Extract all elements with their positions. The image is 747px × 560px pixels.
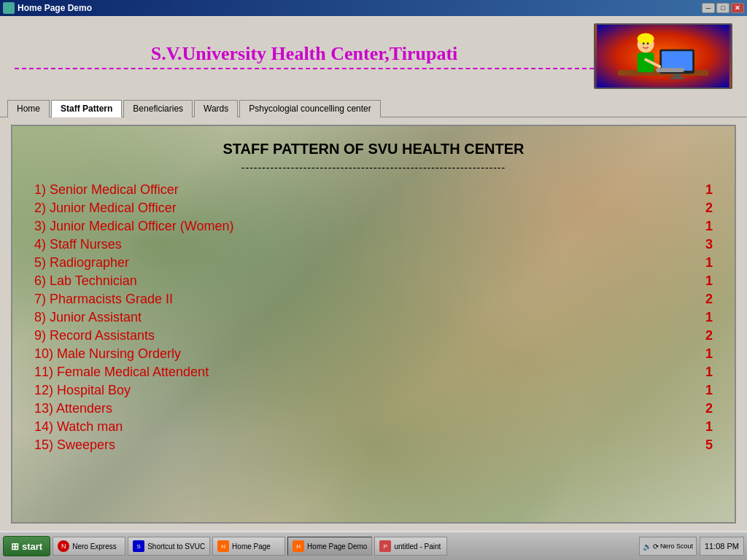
app-icon: [3, 2, 15, 14]
staff-row: 8) Junior Assistant 1: [34, 310, 713, 325]
site-title: S.V.University Health Center,Tirupati: [15, 43, 594, 69]
svg-rect-6: [670, 77, 684, 79]
staff-count: 1: [698, 310, 713, 325]
tab-beneficiaries[interactable]: Beneficiaries: [123, 100, 193, 117]
staff-count: 2: [698, 328, 713, 343]
content-area: STAFF PATTERN OF SVU HEALTH CENTER -----…: [0, 117, 747, 531]
maximize-button[interactable]: □: [716, 3, 729, 13]
staff-row: 13) Attenders 2: [34, 401, 713, 416]
staff-row: 14) Watch man 1: [34, 419, 713, 435]
staff-count: 2: [698, 292, 713, 307]
staff-list: 1) Senior Medical Officer 1 2) Junior Me…: [34, 182, 713, 453]
staff-count: 1: [698, 273, 713, 289]
staff-name: 8) Junior Assistant: [34, 310, 142, 325]
window-title: Home Page Demo: [18, 3, 92, 13]
staff-name: 14) Watch man: [34, 419, 123, 435]
staff-name: 15) Sweepers: [34, 438, 115, 453]
staff-name: 6) Lab Technician: [34, 273, 137, 289]
staff-name: 11) Female Medical Attendent: [34, 365, 209, 380]
taskbar-shortcut-label: Shortcut to SVUC: [147, 542, 205, 551]
svg-rect-4: [662, 51, 692, 71]
start-label: start: [22, 541, 42, 552]
staff-divider: ----------------------------------------…: [34, 162, 713, 174]
staff-count: 1: [698, 219, 713, 234]
staff-count: 1: [698, 346, 713, 362]
title-bar-buttons: ─ □ ✕: [702, 3, 744, 13]
staff-row: 3) Junior Medical Officer (Women) 1: [34, 219, 713, 234]
staff-row: 11) Female Medical Attendent 1: [34, 365, 713, 380]
taskbar-nero-express[interactable]: N Nero Express: [53, 537, 125, 556]
nav-bar: Home Staff Pattern Beneficiaries Wards P…: [0, 96, 747, 117]
staff-row: 15) Sweepers 5: [34, 438, 713, 453]
taskbar-nero-label: Nero Express: [72, 542, 117, 551]
minimize-button[interactable]: ─: [702, 3, 715, 13]
svg-point-12: [643, 42, 645, 44]
tab-staff-pattern[interactable]: Staff Pattern: [51, 100, 122, 117]
staff-count: 1: [698, 182, 713, 198]
start-windows-icon: ⊞: [11, 541, 19, 552]
tab-wards[interactable]: Wards: [194, 100, 238, 117]
taskbar-paint[interactable]: P untitled - Paint: [374, 537, 447, 556]
staff-count: 1: [698, 419, 713, 435]
title-bar-left: Home Page Demo: [3, 2, 92, 14]
homepage-icon: H: [217, 540, 229, 552]
system-clock: 11:08 PM: [700, 537, 744, 556]
notification-area: 🔊 ⟳ Nero Scout: [639, 537, 697, 556]
staff-row: 9) Record Assistants 2: [34, 328, 713, 343]
header-image: [594, 23, 732, 89]
svg-rect-7: [656, 68, 684, 72]
tab-counselling[interactable]: Pshycologial councelling center: [239, 100, 380, 117]
taskbar-right: 🔊 ⟳ Nero Scout 11:08 PM: [639, 537, 744, 556]
taskbar-homepagedemo-label: Home Page Demo: [307, 542, 367, 551]
network-icon: ⟳: [653, 542, 659, 551]
staff-count: 1: [698, 383, 713, 398]
staff-count: 1: [698, 365, 713, 380]
taskbar-right-label: Nero Scout: [660, 542, 693, 550]
staff-name: 4) Staff Nurses: [34, 237, 122, 252]
staff-count: 2: [698, 201, 713, 216]
taskbar: ⊞ start N Nero Express S Shortcut to SVU…: [0, 531, 747, 560]
homepagedemo-icon: H: [293, 540, 304, 552]
staff-name: 10) Male Nursing Orderly: [34, 346, 181, 362]
header-illustration: [595, 25, 731, 88]
staff-count: 2: [698, 401, 713, 416]
staff-name: 2) Junior Medical Officer: [34, 201, 177, 216]
staff-pattern-container: STAFF PATTERN OF SVU HEALTH CENTER -----…: [11, 125, 736, 524]
svg-rect-5: [673, 74, 681, 77]
staff-count: 5: [698, 438, 713, 453]
start-button[interactable]: ⊞ start: [3, 536, 50, 556]
staff-row: 7) Pharmacists Grade II 2: [34, 292, 713, 307]
header: S.V.University Health Center,Tirupati: [0, 16, 747, 96]
taskbar-home-page-demo[interactable]: H Home Page Demo: [287, 537, 372, 556]
tab-home[interactable]: Home: [7, 100, 50, 117]
staff-row: 2) Junior Medical Officer 2: [34, 201, 713, 216]
nero-scout-icon: 🔊: [643, 542, 651, 551]
header-title-wrapper: S.V.University Health Center,Tirupati: [15, 43, 594, 69]
staff-heading: STAFF PATTERN OF SVU HEALTH CENTER: [34, 141, 713, 158]
staff-row: 5) Radiographer 1: [34, 255, 713, 271]
staff-name: 1) Senior Medical Officer: [34, 182, 179, 198]
taskbar-homepage-label: Home Page: [232, 542, 271, 551]
staff-row: 4) Staff Nurses 3: [34, 237, 713, 252]
staff-row: 6) Lab Technician 1: [34, 273, 713, 289]
staff-name: 9) Record Assistants: [34, 328, 155, 343]
close-button[interactable]: ✕: [731, 3, 744, 13]
staff-name: 5) Radiographer: [34, 255, 129, 271]
title-bar: Home Page Demo ─ □ ✕: [0, 0, 747, 16]
staff-count: 1: [698, 255, 713, 271]
staff-count: 3: [698, 237, 713, 252]
svg-point-9: [638, 33, 654, 44]
shortcut-icon: S: [133, 540, 144, 552]
staff-name: 3) Junior Medical Officer (Women): [34, 219, 233, 234]
taskbar-home-page[interactable]: H Home Page: [212, 537, 285, 556]
window-body: S.V.University Health Center,Tirupati: [0, 16, 747, 531]
staff-name: 7) Pharmacists Grade II: [34, 292, 173, 307]
staff-row: 1) Senior Medical Officer 1: [34, 182, 713, 198]
nero-icon: N: [58, 540, 69, 552]
staff-name: 12) Hospital Boy: [34, 383, 131, 398]
staff-row: 10) Male Nursing Orderly 1: [34, 346, 713, 362]
paint-icon: P: [379, 540, 391, 552]
taskbar-paint-label: untitled - Paint: [394, 542, 441, 551]
staff-name: 13) Attenders: [34, 401, 112, 416]
taskbar-shortcut-svuc[interactable]: S Shortcut to SVUC: [128, 537, 210, 556]
